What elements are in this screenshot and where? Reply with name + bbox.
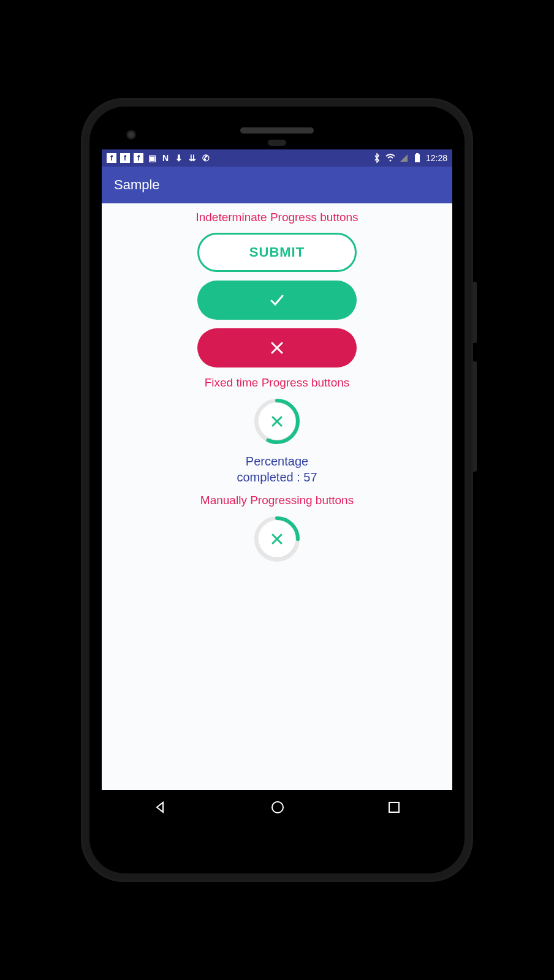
percentage-value: 57: [303, 470, 317, 484]
section-title-manual: Manually Progressing buttons: [200, 494, 354, 507]
fixed-progress-button[interactable]: [254, 398, 300, 445]
percentage-text: Percentage completed : 57: [237, 453, 317, 485]
svg-rect-1: [415, 154, 420, 162]
facebook-icon: f: [134, 153, 143, 163]
submit-button[interactable]: SUBMIT: [197, 233, 357, 272]
cross-icon: [268, 339, 286, 356]
phone-camera: [126, 130, 136, 140]
screen: f f f ▣ N ⬇ ⇊ ✆: [102, 149, 452, 824]
n-icon: N: [161, 153, 170, 163]
svg-point-0: [389, 160, 391, 162]
progress-ring-icon: [254, 398, 300, 445]
manual-progress-button[interactable]: [254, 516, 300, 562]
content: Indeterminate Progress buttons SUBMIT Fi…: [102, 203, 452, 790]
recent-icon[interactable]: [387, 801, 401, 814]
status-bar: f f f ▣ N ⬇ ⇊ ✆: [102, 149, 452, 167]
check-icon: [267, 290, 287, 311]
phone-side-button: [473, 361, 477, 472]
section-title-indeterminate: Indeterminate Progress buttons: [195, 211, 358, 224]
status-time: 12:28: [426, 153, 447, 163]
signal-icon: [399, 153, 409, 163]
completed-label: completed :: [237, 470, 303, 484]
phone-speaker: [240, 127, 314, 134]
section-title-fixed: Fixed time Progress buttons: [205, 376, 350, 390]
call-icon: ✆: [201, 153, 211, 163]
svg-point-7: [272, 802, 283, 813]
home-icon[interactable]: [270, 800, 285, 815]
app-bar: Sample: [102, 167, 452, 203]
wifi-icon: [385, 153, 395, 163]
status-left: f f f ▣ N ⬇ ⇊ ✆: [107, 153, 211, 163]
image-icon: ▣: [147, 153, 157, 163]
app-title: Sample: [114, 177, 160, 193]
error-button[interactable]: [197, 328, 357, 368]
update-icon: ⇊: [188, 153, 197, 163]
progress-ring-icon: [254, 516, 300, 562]
status-right: 12:28: [372, 153, 447, 163]
bluetooth-icon: [372, 153, 382, 163]
phone-bezel: f f f ▣ N ⬇ ⇊ ✆: [89, 107, 465, 873]
back-icon[interactable]: [153, 800, 168, 815]
submit-label: SUBMIT: [249, 244, 305, 260]
svg-rect-2: [416, 153, 419, 154]
percentage-label: Percentage: [246, 454, 308, 468]
navigation-bar: [102, 790, 452, 824]
battery-icon: [412, 153, 422, 163]
download-icon: ⬇: [174, 153, 184, 163]
phone-sensor: [268, 140, 286, 146]
facebook-icon: f: [120, 153, 130, 163]
phone-frame: f f f ▣ N ⬇ ⇊ ✆: [81, 98, 473, 882]
phone-side-button: [473, 282, 477, 343]
success-button[interactable]: [197, 281, 357, 320]
svg-rect-8: [389, 802, 399, 812]
facebook-icon: f: [107, 153, 116, 163]
